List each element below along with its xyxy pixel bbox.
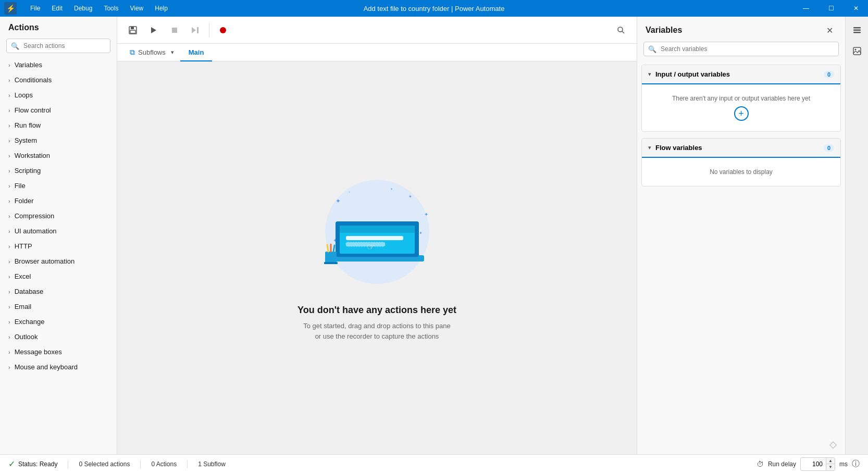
subflows-icon: ⧉ [130,48,135,57]
svg-rect-2 [130,30,135,33]
layers-icon-button[interactable] [848,21,866,40]
action-label: Browser automation [15,257,75,265]
svg-rect-6 [197,27,199,33]
action-item-run-flow[interactable]: › Run flow [0,118,117,133]
stop-button[interactable] [165,21,184,40]
action-item-excel[interactable]: › Excel [0,269,117,284]
action-item-flow-control[interactable]: › Flow control [0,103,117,118]
action-item-mouse-keyboard[interactable]: › Mouse and keyboard [0,359,117,375]
actions-search-box: 🔍 [6,39,110,53]
add-io-variable-button[interactable]: + [734,106,749,121]
empty-state-desc: To get started, drag and drop actions to… [297,321,456,341]
maximize-button[interactable]: ☐ [819,0,843,17]
toolbar [117,17,637,44]
minimize-button[interactable]: — [794,0,818,17]
svg-line-27 [327,245,328,252]
menu-debug[interactable]: Debug [69,3,97,14]
action-item-system[interactable]: › System [0,133,117,148]
action-item-browser-automation[interactable]: › Browser automation [0,254,117,269]
action-item-http[interactable]: › HTTP [0,239,117,254]
flow-variables-section: ▾ Flow variables 0 No variables to displ… [641,138,841,186]
action-label: Email [15,303,32,310]
chevron-icon: › [8,273,10,280]
app-body: Actions 🔍 › Variables › Conditionals › L… [0,17,868,454]
tab-main-label: Main [189,48,204,56]
chevron-icon: › [8,92,10,98]
run-delay-up-button[interactable]: ▲ [826,458,835,464]
chevron-icon: › [8,319,10,325]
action-item-message-boxes[interactable]: › Message boxes [0,344,117,359]
chevron-icon: › [8,258,10,265]
actions-panel: Actions 🔍 › Variables › Conditionals › L… [0,17,117,454]
chevron-icon: › [8,122,10,129]
action-item-workstation[interactable]: › Workstation [0,148,117,163]
action-item-compression[interactable]: › Compression [0,208,117,223]
action-label: Outlook [15,333,38,341]
play-button[interactable] [144,21,163,40]
canvas-search-button[interactable] [612,21,630,40]
svg-rect-21 [340,226,415,233]
action-item-scripting[interactable]: › Scripting [0,163,117,178]
record-button[interactable] [214,21,232,40]
chevron-icon: › [8,349,10,355]
action-item-variables[interactable]: › Variables [0,57,117,72]
close-button[interactable]: ✕ [844,0,868,17]
menu-help[interactable]: Help [150,3,173,14]
title-bar-left: ⚡ File Edit Debug Tools View Help [4,2,173,15]
svg-text:✦: ✦ [419,231,423,235]
action-item-loops[interactable]: › Loops [0,88,117,103]
empty-state-title: You don't have any actions here yet [297,305,456,316]
step-button[interactable] [186,21,205,40]
io-variables-header[interactable]: ▾ Input / output variables 0 [642,65,840,84]
chevron-icon: › [8,213,10,219]
info-icon[interactable]: ⓘ [852,459,860,469]
run-delay-input[interactable] [801,459,826,469]
toolbar-divider [209,23,209,38]
image-icon-button[interactable] [848,42,866,60]
status-dot-icon: ✓ [8,459,15,469]
svg-rect-22 [346,236,403,240]
search-variables-input[interactable] [643,42,839,56]
svg-point-34 [854,49,856,51]
action-item-email[interactable]: › Email [0,299,117,314]
flow-variables-header[interactable]: ▾ Flow variables 0 [642,139,840,158]
menu-edit[interactable]: Edit [46,3,68,14]
chevron-icon: › [8,243,10,250]
run-delay-control: ▲ ▼ [800,457,835,471]
search-icon: 🔍 [648,45,656,53]
action-item-file[interactable]: › File [0,178,117,193]
actions-list: › Variables › Conditionals › Loops › Flo… [0,57,117,454]
svg-marker-3 [151,27,156,33]
tab-subflows-label: Subflows [138,48,166,56]
diamond-icon[interactable]: ◇ [829,439,837,450]
svg-marker-5 [192,27,196,33]
variables-title: Variables [646,26,682,35]
flow-empty-text: No variables to display [710,168,773,176]
action-item-exchange[interactable]: › Exchange [0,314,117,329]
action-item-database[interactable]: › Database [0,284,117,299]
tab-main[interactable]: Main [180,44,213,61]
window-controls: — ☐ ✕ [794,0,868,17]
menu-view[interactable]: View [125,3,148,14]
search-actions-input[interactable] [6,39,110,53]
svg-text:✦: ✦ [336,197,341,205]
tab-subflows[interactable]: ⧉ Subflows ▾ [123,44,180,61]
run-delay-down-button[interactable]: ▼ [826,464,835,470]
action-label: Variables [15,61,42,69]
empty-illustration: ✦ ✦ ✦ ✦ + ✦ ✦ [304,175,450,294]
status-divider-2 [140,460,141,468]
action-item-conditionals[interactable]: › Conditionals [0,72,117,88]
io-variables-body: There aren't any input or output variabl… [642,84,840,131]
selected-actions-count: 0 Selected actions [79,460,130,468]
action-item-outlook[interactable]: › Outlook [0,329,117,344]
menu-file[interactable]: File [25,3,45,14]
status-text: Status: Ready [18,460,57,468]
action-label: Scripting [15,167,41,175]
menu-tools[interactable]: Tools [98,3,123,14]
variables-close-button[interactable]: ✕ [822,23,837,38]
title-bar: ⚡ File Edit Debug Tools View Help Add te… [0,0,868,17]
save-button[interactable] [123,21,142,40]
action-item-ui-automation[interactable]: › UI automation [0,223,117,239]
io-chevron-icon: ▾ [648,71,651,78]
action-item-folder[interactable]: › Folder [0,193,117,208]
